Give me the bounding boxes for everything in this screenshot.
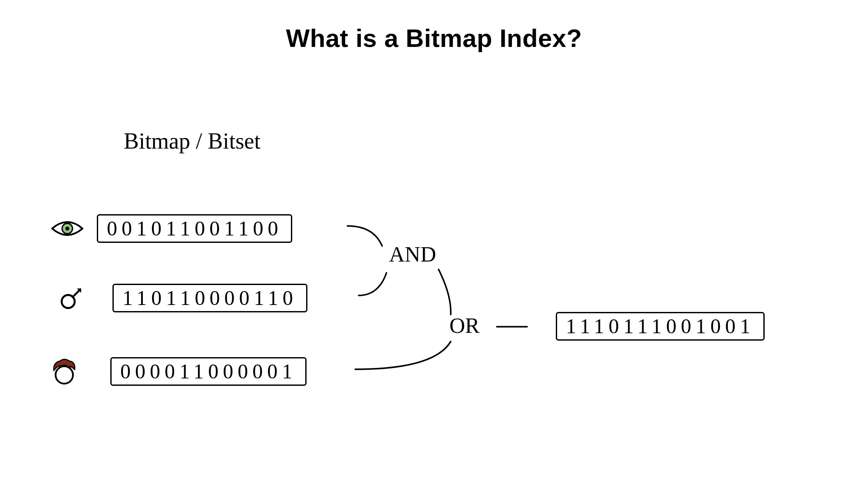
subtitle-bitmap-bitset: Bitmap / Bitset (124, 128, 261, 154)
bits-hair: 000011000001 (110, 357, 307, 386)
bits-result: 1110111001001 (556, 312, 765, 341)
red-hair-head-icon (47, 354, 82, 389)
bits-eye: 001011001100 (97, 214, 292, 243)
svg-point-1 (66, 227, 69, 231)
bits-male: 110110000110 (112, 284, 307, 312)
operator-and: AND (389, 242, 436, 267)
bitmap-row-result: 1110111001001 (556, 312, 765, 341)
page-title: What is a Bitmap Index? (0, 23, 868, 53)
bitmap-row-male: 110110000110 (54, 281, 307, 315)
bitmap-row-hair: 000011000001 (47, 354, 307, 389)
svg-point-4 (56, 366, 73, 384)
eye-icon (50, 211, 85, 246)
diagram-stage: What is a Bitmap Index? Bitmap / Bitset … (0, 0, 868, 484)
bitmap-row-eye: 001011001100 (50, 211, 292, 246)
male-symbol-icon (54, 281, 89, 315)
operator-or: OR (449, 313, 479, 338)
